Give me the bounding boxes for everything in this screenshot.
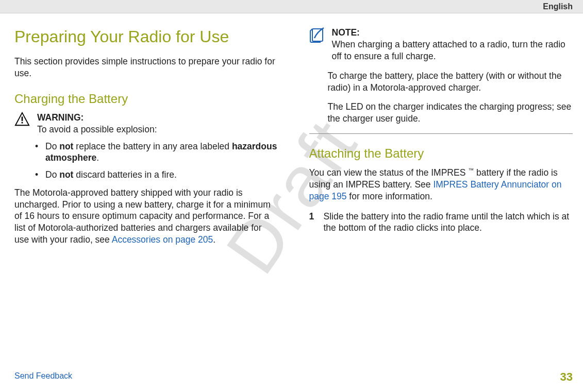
page-content: Preparing Your Radio for Use This sectio… bbox=[14, 21, 573, 371]
warning-label: WARNING: bbox=[37, 112, 84, 123]
warning-bullet-list: Do not replace the battery in any area l… bbox=[35, 141, 278, 181]
attach-step-1: 1 Slide the battery into the radio frame… bbox=[309, 211, 573, 234]
warning-icon bbox=[14, 112, 32, 129]
svg-rect-1 bbox=[22, 116, 23, 121]
charge-instruction-1: To charge the battery, place the battery… bbox=[328, 70, 573, 94]
step-text: Slide the battery into the radio frame u… bbox=[324, 211, 573, 234]
attach-steps: 1 Slide the battery into the radio frame… bbox=[309, 211, 573, 234]
warning-callout: WARNING: To avoid a possible explosion: bbox=[14, 112, 278, 135]
heading-charging: Charging the Battery bbox=[14, 91, 278, 107]
warning-lead: To avoid a possible explosion: bbox=[37, 124, 157, 134]
warning-bullet-1: Do not replace the battery in any area l… bbox=[35, 141, 278, 164]
language-label: English bbox=[543, 2, 573, 11]
send-feedback-link[interactable]: Send Feedback bbox=[14, 371, 72, 380]
svg-rect-2 bbox=[22, 122, 23, 124]
accessories-link[interactable]: Accessories on page 205 bbox=[112, 234, 213, 245]
page-number: 33 bbox=[560, 370, 573, 384]
svg-rect-3 bbox=[312, 29, 323, 41]
charge-instruction-2: The LED on the charger indicates the cha… bbox=[328, 101, 573, 125]
page-footer: Send Feedback 33 bbox=[14, 371, 573, 384]
note-label: NOTE: bbox=[332, 27, 360, 38]
warning-bullet-2: Do not discard batteries in a fire. bbox=[35, 169, 278, 181]
step-number: 1 bbox=[309, 211, 324, 234]
note-text: When charging a battery attached to a ra… bbox=[332, 39, 565, 61]
note-icon bbox=[309, 27, 327, 44]
charging-paragraph: The Motorola-approved battery shipped wi… bbox=[14, 187, 278, 246]
section-divider bbox=[309, 133, 573, 134]
top-bar bbox=[0, 0, 583, 13]
attaching-paragraph: You can view the status of the IMPRES ™ … bbox=[309, 166, 573, 202]
note-callout: NOTE: When charging a battery attached t… bbox=[309, 27, 573, 62]
heading-attaching: Attaching the Battery bbox=[309, 145, 573, 161]
page-title: Preparing Your Radio for Use bbox=[14, 27, 278, 46]
intro-paragraph: This section provides simple instruction… bbox=[14, 56, 278, 79]
